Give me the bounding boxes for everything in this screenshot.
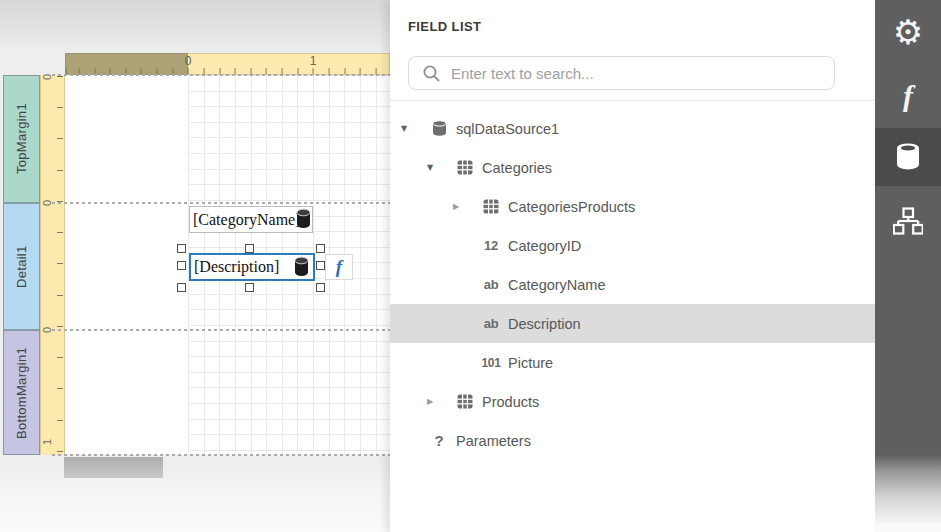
design-surface: 0 1 0 0 0 1 TopMargin1 Detail1 BottomMar…: [0, 0, 390, 532]
side-toolbar: ⚙ f: [875, 0, 941, 532]
resize-handle-se[interactable]: [316, 283, 325, 292]
ruler-number: 0: [185, 54, 192, 68]
panel-title: FIELD LIST: [408, 19, 481, 34]
search-icon: [422, 64, 441, 83]
tree-item-parameters[interactable]: ? Parameters: [390, 421, 875, 460]
expression-button[interactable]: f: [325, 254, 353, 280]
horizontal-scrollbar-thumb[interactable]: [64, 457, 163, 478]
tree-item-sqldatasource1[interactable]: sqlDataSource1: [390, 109, 875, 148]
search-box[interactable]: [408, 56, 835, 90]
label-control-text: [CategoryName]: [193, 211, 301, 228]
database-icon: [296, 208, 311, 230]
resize-handle-s[interactable]: [245, 283, 254, 292]
fx-icon: f: [336, 256, 342, 278]
resize-handle-ne[interactable]: [316, 244, 325, 253]
tree-item-categories[interactable]: Categories: [390, 148, 875, 187]
report-explorer-button[interactable]: [875, 192, 941, 250]
ruler-ticks: [57, 75, 63, 455]
tree-item-picture[interactable]: 101 Picture: [390, 343, 875, 382]
tree-item-categoryname[interactable]: ab CategoryName: [390, 265, 875, 304]
text-field-icon: ab: [480, 316, 502, 331]
tree-item-description[interactable]: ab Description: [390, 304, 875, 343]
resize-handle-w[interactable]: [177, 261, 186, 270]
band-top-margin[interactable]: TopMargin1: [3, 75, 40, 203]
resize-handle-nw[interactable]: [177, 244, 186, 253]
binary-field-icon: 101: [480, 356, 502, 370]
ruler-number: 1: [310, 54, 317, 68]
table-icon: [454, 394, 476, 409]
database-icon: [294, 256, 309, 278]
expander-collapsed-icon[interactable]: [450, 202, 480, 211]
field-list-panel: FIELD LIST sqlDataSource1: [390, 0, 875, 532]
properties-button[interactable]: ⚙: [875, 3, 941, 61]
text-field-icon: ab: [480, 277, 502, 292]
tree-item-products[interactable]: Products: [390, 382, 875, 421]
org-chart-icon: [893, 207, 923, 235]
band-detail[interactable]: Detail1: [3, 203, 40, 330]
horizontal-ruler: 0 1: [65, 53, 390, 75]
expander-collapsed-icon[interactable]: [424, 397, 454, 406]
band-bottom-margin[interactable]: BottomMargin1: [3, 330, 40, 455]
report-designer-window: 0 1 0 0 0 1 TopMargin1 Detail1 BottomMar…: [0, 0, 941, 532]
field-list-tree: sqlDataSource1 Categories: [390, 100, 875, 532]
expander-expanded-icon[interactable]: [398, 124, 428, 133]
tree-item-categoryid[interactable]: 12 CategoryID: [390, 226, 875, 265]
gear-icon: ⚙: [893, 15, 923, 49]
expressions-button[interactable]: f: [875, 67, 941, 125]
ruler-number: 1: [41, 439, 53, 445]
label-control-text: [Description]: [194, 258, 279, 275]
resize-handle-n[interactable]: [245, 244, 254, 253]
table-icon: [480, 199, 502, 214]
expander-expanded-icon[interactable]: [424, 163, 454, 172]
band-boundary[interactable]: [52, 454, 390, 456]
number-field-icon: 12: [480, 238, 502, 253]
database-icon: [428, 120, 450, 137]
label-control-categoryname[interactable]: [CategoryName]: [189, 206, 313, 233]
band-boundary[interactable]: [52, 202, 390, 204]
database-icon: [895, 142, 921, 172]
tree-item-categoriesproducts[interactable]: CategoriesProducts: [390, 187, 875, 226]
fx-icon: f: [903, 79, 913, 113]
vertical-ruler: 0 0 0 1: [40, 75, 65, 455]
band-boundary[interactable]: [52, 74, 390, 76]
field-list-button[interactable]: [875, 128, 941, 186]
search-input[interactable]: [451, 65, 834, 82]
resize-handle-e[interactable]: [316, 261, 325, 270]
question-icon: ?: [428, 432, 450, 449]
resize-handle-sw[interactable]: [177, 283, 186, 292]
band-boundary[interactable]: [52, 329, 390, 331]
label-control-description[interactable]: [Description]: [189, 253, 315, 281]
table-icon: [454, 160, 476, 175]
